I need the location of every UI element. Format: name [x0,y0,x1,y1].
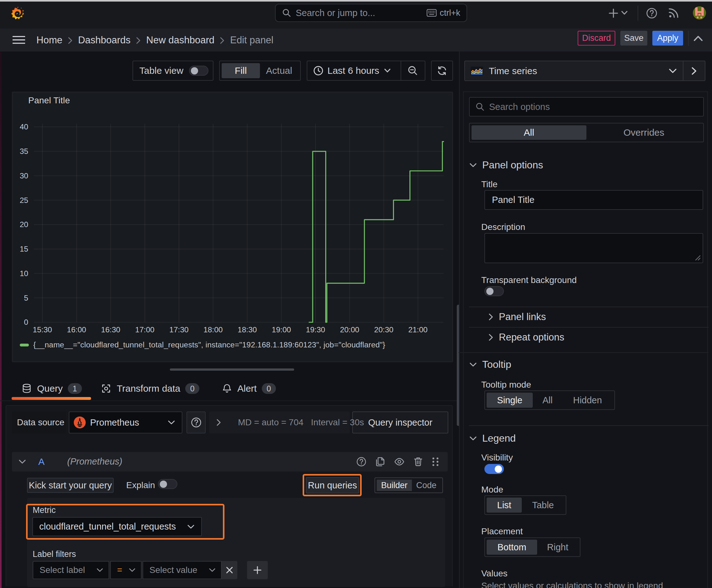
transparent-bg-switch[interactable] [484,286,504,296]
query-collapse-chevron-down-icon[interactable] [19,460,26,464]
tooltip-mode-label: Tooltip mode [481,380,531,390]
query-row-header[interactable]: A (Prometheus) [12,452,448,471]
refresh-button[interactable] [431,61,453,81]
code-option[interactable]: Code [412,480,441,491]
datasource-label: Data source [12,412,66,434]
add-icon[interactable] [609,8,618,18]
tab-transform-label: Transform data [117,383,180,394]
tab-query[interactable]: Query 1 [23,383,82,394]
timeseries-chart[interactable]: 051015202530354015:3016:0016:3017:0017:3… [13,92,453,362]
save-button[interactable]: Save [620,31,647,45]
add-filter-button[interactable] [247,561,268,579]
actual-option[interactable]: Actual [260,63,298,78]
svg-text:40: 40 [20,123,28,131]
repeat-options-chevron-right-icon [489,334,493,341]
options-search-box[interactable]: Search options [469,97,704,117]
builder-option[interactable]: Builder [377,480,412,491]
panel-title-input[interactable]: Panel Title [484,190,703,210]
placement-bottom-option[interactable]: Bottom [487,540,537,555]
apply-button[interactable]: Apply [652,31,683,45]
drag-handle-grip-icon[interactable] [432,457,439,466]
menu-icon[interactable] [13,36,25,44]
refresh-icon [437,66,447,76]
kick-start-query-button[interactable]: Kick start your query [27,478,114,493]
legend-series-label[interactable]: {__name__="cloudflared_tunnel_total_requ… [33,340,385,349]
user-avatar[interactable] [693,6,706,19]
panel-options-chevron-down-icon [470,163,477,167]
help-circle-icon [191,417,201,427]
breadcrumb-chevron-icon [136,37,141,44]
legend-section-header[interactable]: Legend [470,433,516,444]
select-label-chevron-down-icon [97,568,103,572]
tooltip-mode-group: Single All Hidden [484,391,615,410]
zoom-out-button[interactable] [401,61,425,80]
close-options-pane-button[interactable] [684,67,705,75]
panel-title[interactable]: Panel Title [28,96,70,106]
options-tab-overrides[interactable]: Overrides [586,125,701,140]
legend-visibility-switch[interactable] [484,464,504,474]
table-view-switch[interactable] [189,66,209,76]
panel-links-section-header[interactable]: Panel links [489,311,546,322]
viz-chevron-down-icon [669,68,676,74]
tooltip-single-option[interactable]: Single [487,393,533,408]
active-tab-indicator [12,397,91,400]
expand-chevron-right-icon[interactable] [217,419,221,426]
svg-text:10: 10 [20,269,28,278]
breadcrumb-dashboards[interactable]: Dashboards [78,35,131,46]
tooltip-section-header[interactable]: Tooltip [470,359,511,370]
left-edge-strip [0,51,2,588]
max-data-points-stat: MD = auto = 704 [238,417,304,427]
query-help-icon[interactable] [357,457,366,466]
grafana-logo[interactable] [11,6,24,21]
plus-icon [253,566,261,574]
legend-mode-table[interactable]: Table [522,498,564,512]
query-ref-id[interactable]: A [38,456,45,467]
query-editor-section: Data source Prometheus MD = auto = 704 I [6,405,453,586]
legend-mode-group: List Table [484,495,566,515]
breadcrumb-new-dashboard[interactable]: New dashboard [146,35,214,46]
collapse-chevron-up-icon[interactable] [694,36,703,41]
fill-option[interactable]: Fill [222,63,260,78]
select-label-dropdown[interactable]: Select label [33,561,109,579]
legend-mode-list[interactable]: List [487,498,522,512]
search-bar[interactable]: Search or jump to... ctrl+k [275,4,467,22]
svg-text:17:00: 17:00 [135,326,154,334]
query-options-row: MD = auto = 704 Interval = 30s [209,412,350,434]
textarea-resize-icon[interactable] [695,255,701,261]
select-value-dropdown[interactable]: Select value [143,561,222,579]
add-menu-chevron-down-icon[interactable] [621,11,628,15]
tab-alert[interactable]: Alert 0 [223,383,276,394]
repeat-options-section-header[interactable]: Repeat options [489,332,564,343]
tooltip-hidden-option[interactable]: Hidden [562,393,613,408]
run-queries-button[interactable]: Run queries [306,477,359,493]
options-tab-all[interactable]: All [472,125,586,140]
panel-resize-handle[interactable] [170,369,294,371]
discard-button[interactable]: Discard [578,31,615,45]
tooltip-all-option[interactable]: All [533,393,562,408]
datasource-help-button[interactable] [187,412,206,434]
panel-options-section-header[interactable]: Panel options [470,159,543,171]
description-textarea[interactable] [484,233,703,263]
operator-dropdown[interactable]: = [110,561,142,579]
hide-response-eye-icon[interactable] [394,458,404,466]
svg-text:15:30: 15:30 [33,326,52,334]
visualization-picker[interactable]: Time series [464,61,706,81]
time-range-button[interactable]: Last 6 hours [307,61,401,80]
breadcrumb-home[interactable]: Home [37,35,63,46]
table-view-toggle-group: Table view [132,61,214,81]
duplicate-query-icon[interactable] [376,457,385,466]
remove-query-trash-icon[interactable] [414,457,422,466]
query-inspector-button[interactable]: Query inspector [352,412,448,434]
metric-label: Metric [33,505,56,515]
tab-query-count: 1 [68,383,82,394]
datasource-picker[interactable]: Prometheus [69,412,182,434]
visibility-label: Visibility [481,453,513,463]
news-rss-icon[interactable] [669,8,679,18]
explain-switch[interactable] [158,479,177,489]
help-icon[interactable] [646,8,657,19]
remove-filter-button[interactable] [222,561,237,579]
metric-select[interactable]: cloudflared_tunnel_total_requests [33,517,202,536]
tab-transform-data[interactable]: Transform data 0 [102,383,199,394]
datasource-value: Prometheus [90,417,139,428]
placement-right-option[interactable]: Right [537,540,578,555]
